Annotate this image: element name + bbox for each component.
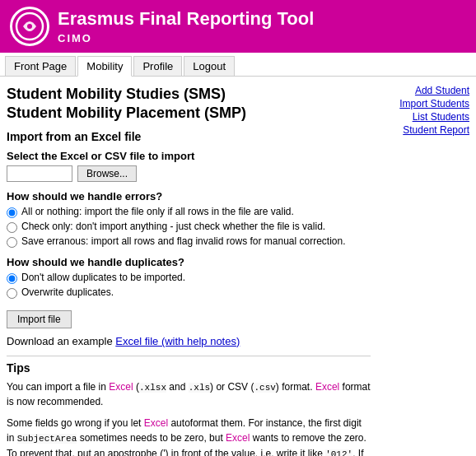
main-content: Student Mobility Studies (SMS) Student M… (0, 77, 476, 456)
error-radio-3[interactable] (7, 237, 17, 248)
error-option-3-label: Save erranous: import all rows and flag … (21, 235, 346, 247)
page-title-line1: Student Mobility Studies (SMS) (7, 86, 226, 102)
sidebar-add-student[interactable]: Add Student (379, 85, 469, 96)
tips-title: Tips (7, 361, 371, 375)
nav-front-page[interactable]: Front Page (5, 56, 76, 76)
error-option-2-label: Check only: don't import anything - just… (21, 221, 325, 232)
sidebar: Add Student Import Students List Student… (379, 85, 469, 456)
nav-bar: Front Page Mobility Profile Logout (0, 53, 476, 77)
dup-option-2: Overwrite duplicates. (7, 286, 371, 299)
logo-icon (10, 7, 49, 46)
download-link-row: Download an example Excel file (with hel… (7, 335, 371, 347)
error-option-2: Check only: don't import anything - just… (7, 221, 371, 233)
tips-excel-label: Excel (109, 381, 133, 393)
content-area: Student Mobility Studies (SMS) Student M… (7, 85, 379, 456)
download-excel-link[interactable]: Excel file (with help notes) (115, 335, 240, 347)
nav-mobility[interactable]: Mobility (77, 56, 132, 77)
svg-point-1 (27, 24, 32, 29)
error-option-1: All or nothing: import the file only if … (7, 206, 371, 218)
tips-para-2: Some fields go wrong if you let Excel au… (7, 416, 371, 456)
page-title-line2: Student Mobility Placement (SMP) (7, 105, 246, 121)
tips-para-1: You can import a file in Excel (.xlsx an… (7, 379, 371, 410)
header-text-block: Erasmus Final Reporting Tool CIMO (58, 8, 314, 44)
import-button-row: Import file (7, 307, 371, 335)
file-field-label: Select the Excel or CSV file to import (7, 150, 371, 162)
nav-profile[interactable]: Profile (133, 56, 182, 76)
header: Erasmus Final Reporting Tool CIMO (0, 0, 476, 53)
dup-radio-1[interactable] (7, 273, 17, 284)
duplicates-label: How should we handle duplicates? (7, 256, 371, 268)
page-title: Student Mobility Studies (SMS) Student M… (7, 85, 371, 123)
error-radio-2[interactable] (7, 222, 17, 233)
dup-option-2-label: Overwrite duplicates. (21, 286, 114, 298)
error-radio-1[interactable] (7, 207, 17, 218)
header-sub: CIMO (58, 32, 314, 44)
sidebar-list-students[interactable]: List Students (379, 111, 469, 123)
download-text: Download an example (7, 335, 113, 347)
nav-logout[interactable]: Logout (184, 56, 235, 76)
errors-label: How should we handle errors? (7, 190, 371, 202)
dup-option-1-label: Don't allow duplicates to be imported. (21, 272, 185, 283)
duplicates-section: How should we handle duplicates? Don't a… (7, 256, 371, 299)
header-title: Erasmus Final Reporting Tool (58, 8, 314, 30)
browse-button[interactable]: Browse... (77, 165, 137, 182)
file-text-input[interactable] (7, 165, 72, 182)
error-option-1-label: All or nothing: import the file only if … (21, 206, 294, 217)
file-input-row: Browse... (7, 165, 371, 182)
errors-section: How should we handle errors? All or noth… (7, 190, 371, 248)
divider (7, 356, 371, 356)
error-option-3: Save erranous: import all rows and flag … (7, 235, 371, 248)
section-title: Import from an Excel file (7, 130, 371, 143)
sidebar-student-report[interactable]: Student Report (379, 124, 469, 136)
import-button[interactable]: Import file (7, 310, 72, 328)
dup-radio-2[interactable] (7, 288, 17, 299)
dup-option-1: Don't allow duplicates to be imported. (7, 272, 371, 284)
sidebar-import-students[interactable]: Import Students (379, 98, 469, 109)
